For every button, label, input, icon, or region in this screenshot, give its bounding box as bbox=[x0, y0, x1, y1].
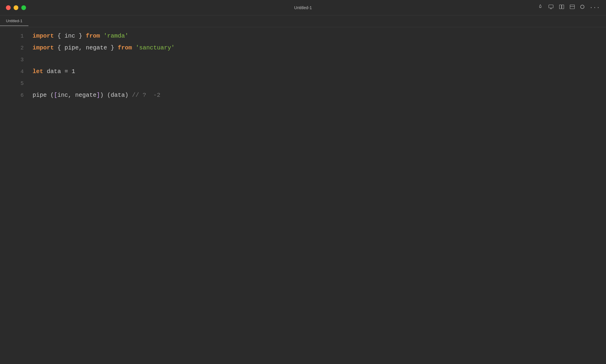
panel-icon[interactable] bbox=[570, 4, 575, 11]
token-array-open: [ bbox=[54, 89, 57, 101]
tab-bar: Untitled-1 bbox=[0, 15, 606, 27]
close-button[interactable] bbox=[6, 5, 11, 10]
token-brace-open-1: { bbox=[54, 30, 65, 42]
editor-area: Untitled-1 1 2 3 4 5 bbox=[0, 15, 606, 101]
token-import-1: import bbox=[33, 30, 54, 42]
gutter-line-6: 6 bbox=[0, 89, 24, 101]
token-string-ramda: 'ramda' bbox=[104, 30, 128, 42]
token-brace-open-2: { bbox=[54, 42, 65, 54]
token-import-2: import bbox=[33, 42, 54, 54]
code-line-6: pipe ( [ inc, negate ] ) (data) // ? -2 bbox=[33, 89, 606, 101]
line-number-1: 1 bbox=[20, 30, 24, 42]
line-number-gutter: 1 2 3 4 5 6 bbox=[0, 30, 30, 101]
window-title: Untitled-1 bbox=[294, 5, 312, 10]
token-array-close: ] bbox=[96, 89, 100, 101]
gutter-line-1: 1 bbox=[0, 30, 24, 42]
tab-untitled-1[interactable]: Untitled-1 bbox=[0, 16, 28, 26]
token-comment: // ? -2 bbox=[132, 89, 160, 101]
line-number-4: 4 bbox=[20, 66, 24, 78]
code-line-4: let data = 1 bbox=[33, 66, 606, 78]
code-line-5 bbox=[33, 78, 606, 89]
traffic-lights bbox=[6, 5, 26, 10]
token-space-1 bbox=[100, 30, 104, 42]
status-circle-icon bbox=[580, 5, 584, 10]
token-comma: , bbox=[79, 42, 86, 54]
token-empty-3 bbox=[33, 54, 36, 66]
gutter-line-4: 4 bbox=[0, 66, 24, 78]
svg-rect-4 bbox=[562, 5, 564, 9]
gutter-line-3: 3 bbox=[0, 54, 24, 66]
code-line-1: import { inc } from 'ramda' bbox=[33, 30, 606, 42]
monitor-icon[interactable] bbox=[548, 4, 554, 11]
line-number-5: 5 bbox=[20, 78, 24, 89]
more-options-icon[interactable]: ··· bbox=[590, 5, 600, 11]
token-let: let bbox=[33, 66, 43, 78]
line-number-2: 2 bbox=[20, 42, 24, 54]
token-negate: negate bbox=[86, 42, 107, 54]
token-empty-5 bbox=[33, 78, 36, 89]
split-view-icon[interactable] bbox=[559, 4, 564, 11]
line-number-6: 6 bbox=[20, 89, 24, 101]
token-data-call: ) (data) bbox=[100, 89, 132, 101]
token-brace-close-2: } bbox=[107, 42, 118, 54]
token-inc: inc bbox=[65, 30, 75, 42]
token-brace-close-1: } bbox=[75, 30, 86, 42]
token-space-2 bbox=[132, 42, 136, 54]
svg-rect-0 bbox=[549, 5, 553, 8]
title-bar: Untitled-1 bbox=[0, 0, 606, 15]
code-lines: import { inc } from 'ramda' import { pip… bbox=[30, 30, 606, 101]
gutter-line-5: 5 bbox=[0, 78, 24, 89]
token-pipe: pipe bbox=[65, 42, 79, 54]
svg-rect-3 bbox=[559, 5, 561, 9]
token-inc-negate: inc, negate bbox=[57, 89, 96, 101]
line-number-3: 3 bbox=[20, 54, 24, 66]
maximize-button[interactable] bbox=[21, 5, 26, 10]
token-string-sanctuary: 'sanctuary' bbox=[136, 42, 175, 54]
token-from-1: from bbox=[86, 30, 100, 42]
minimize-button[interactable] bbox=[14, 5, 18, 10]
token-data-assign: data = 1 bbox=[43, 66, 75, 78]
code-area[interactable]: 1 2 3 4 5 6 bbox=[0, 27, 606, 101]
token-pipe-call: pipe ( bbox=[33, 89, 54, 101]
flame-icon[interactable] bbox=[538, 4, 543, 11]
svg-point-7 bbox=[581, 5, 584, 9]
token-from-2: from bbox=[118, 42, 132, 54]
toolbar-icons: ··· bbox=[538, 4, 600, 11]
code-line-3 bbox=[33, 54, 606, 66]
code-line-2: import { pipe , negate } from 'sanctuary… bbox=[33, 42, 606, 54]
gutter-line-2: 2 bbox=[0, 42, 24, 54]
svg-rect-5 bbox=[570, 5, 574, 9]
